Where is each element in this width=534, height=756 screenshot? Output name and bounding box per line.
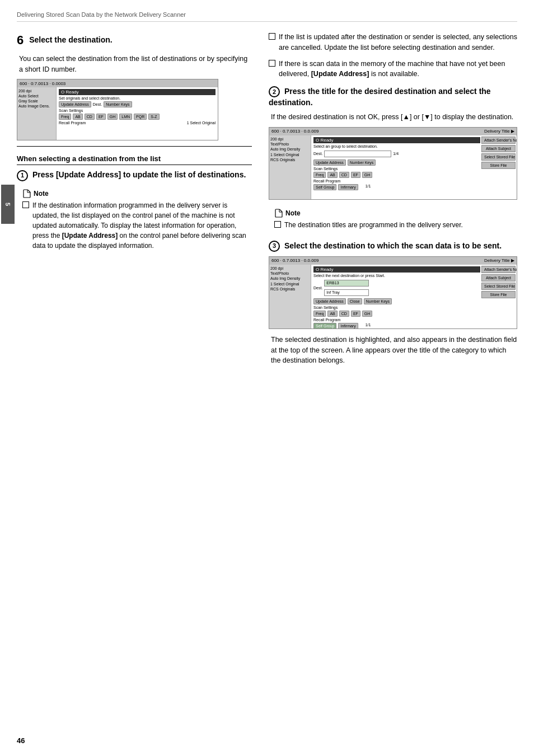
ss2-dest-field — [324, 151, 391, 157]
step3-body: The selected destination is highlighted,… — [271, 335, 517, 366]
ss3-dest1: ERB13 — [324, 280, 369, 287]
page-footer: 46 — [17, 736, 25, 745]
ss2-top-right: Delivery Title ▶ — [484, 129, 514, 134]
ss2-numkeys: Number Keys — [348, 159, 376, 166]
ss1-topbar: 600 · 0:7.0013 · 0.0003 — [17, 79, 218, 87]
ss2-gh: GH — [362, 172, 373, 178]
ss2-ab: AB — [327, 172, 337, 178]
ss2-update: Update Address — [313, 159, 346, 166]
ss3-rb3: Select Stored File — [481, 283, 516, 290]
ss3-s1: 200 dpi — [270, 266, 310, 270]
ss3-freq: Freq — [313, 311, 326, 317]
page-header: Delivering Stored Scan Data by the Netwo… — [17, 11, 517, 22]
ss2-s1: 200 dpi — [270, 137, 310, 141]
ss2-pagenum: 1/1 — [366, 184, 371, 190]
ss3-numkeys: Number Keys — [364, 298, 392, 304]
ss2-cols: Freq AB CD EF GH — [313, 172, 480, 178]
step3-circle: 3 — [269, 241, 280, 252]
note-icon — [22, 189, 31, 198]
subsection-heading: When selecting a destination from the li… — [17, 154, 252, 165]
ss2-sub: Select an group to select destination. — [313, 144, 480, 148]
ss3-pagenum: 1/1 — [366, 323, 371, 329]
ss1-col-ab: AB — [73, 114, 82, 120]
ss1-sidebar: 200 dpi Auto Select Gray Scale Auto Imag… — [17, 87, 57, 140]
checkbox2-icon — [269, 60, 275, 67]
ss3-sidebar: 200 dpi Text/Photo Auto Img Density 1 Se… — [269, 265, 311, 328]
ss2-freq: Freq — [313, 172, 326, 178]
ss2-scan: Scan Settings — [313, 167, 480, 171]
ss3-gh: GH — [362, 311, 373, 317]
right-column: If the list is updated after the destina… — [269, 32, 517, 376]
substep1-note: Note If the destination information prog… — [17, 186, 252, 257]
ss2-s2: Text/Photo — [270, 142, 310, 146]
note2-block: Note The destination titles are programm… — [269, 205, 517, 236]
note2-text: The destination titles are programmed in… — [284, 220, 463, 230]
substep1-circle: 1 — [17, 170, 28, 181]
ss1-s3: Gray Scale — [18, 99, 55, 103]
ss3-rb1: Attach Sender's Name — [481, 266, 516, 273]
substep1-block: 1 Press [Update Address] to update the l… — [17, 170, 252, 256]
ss2-prog-row: Recall Program — [313, 179, 480, 183]
subsection-heading-text: When selecting a destination from the li… — [17, 154, 161, 163]
page: Delivering Stored Scan Data by the Netwo… — [0, 0, 534, 756]
note2-cb — [274, 221, 281, 228]
step2-circle: 2 — [269, 86, 280, 97]
ss1-col-cd: CD — [85, 114, 95, 120]
step6-body: You can select the destination from the … — [19, 54, 252, 75]
checkbox-item-1: If the list is updated after the destina… — [269, 32, 517, 53]
step6-heading: 6 Select the destination. — [17, 32, 252, 49]
ss2-rb2: Attach Subject — [481, 145, 516, 152]
note1-heading: Note — [22, 189, 246, 198]
ss2-right-buttons: Attach Sender's Name Attach Subject Sele… — [480, 135, 517, 170]
main-content: 5 6 Select the destination. You can sele… — [17, 32, 517, 376]
ss3-s4: 1 Select Original — [270, 282, 310, 286]
scanner-screenshot-3: 600 · 0.7.0013 · 0.0.009 Delivery Title … — [269, 256, 517, 329]
ss2-sidebar: 200 dpi Text/Photo Auto Img Density 1 Se… — [269, 135, 311, 199]
note1-label: Note — [34, 190, 49, 198]
ss2-ef: EF — [351, 172, 360, 178]
ss3-topbar: 600 · 0.7.0013 · 0.0.009 Delivery Title … — [269, 257, 517, 265]
ss1-dest: Dest. — [93, 102, 102, 106]
ss2-s4: 1 Select Original — [270, 153, 310, 157]
ss3-groups: Self Group Infirmary 1/1 — [313, 323, 480, 329]
note2-label: Note — [285, 209, 301, 217]
ss3-prog: Recall Program — [313, 318, 340, 322]
note1-checkbox — [22, 201, 29, 208]
ss1-s4: Auto Image Dens. — [18, 104, 55, 108]
ss3-right-buttons: Attach Sender's Name Attach Subject Sele… — [480, 265, 517, 299]
ss3-update: Update Address — [313, 298, 346, 304]
step6-number: 6 — [17, 32, 24, 49]
ss1-select: 1 Select Original — [187, 121, 216, 125]
ss3-cd: CD — [339, 311, 349, 317]
ss2-g1: Self Group — [313, 184, 336, 190]
ss1-sub: Set originals and select destination. — [59, 96, 216, 100]
ss1-col-ef: EF — [96, 114, 106, 120]
ss2-s5: RCS Originals — [270, 158, 310, 162]
ss1-col-lm: LMN — [119, 114, 132, 120]
ss2-row2: Update Address Number Keys — [313, 159, 480, 166]
ss3-prog-row: Recall Program — [313, 318, 480, 322]
ss3-rb2: Attach Subject — [481, 274, 516, 281]
header-text: Delivering Stored Scan Data by the Netwo… — [17, 11, 186, 18]
left-column: 5 6 Select the destination. You can sele… — [17, 32, 252, 376]
ss1-s1: 200 dpi — [18, 89, 55, 93]
ss3-s5: RCS Originals — [270, 287, 310, 291]
step2-block: 2 Press the title for the desired destin… — [269, 86, 517, 366]
ss2-num: 1/4 — [393, 152, 399, 156]
checkbox1-text: If the list is updated after the destina… — [279, 32, 517, 53]
ss3-g1: Self Group — [313, 323, 336, 329]
ss3-dest-label: Dest. — [313, 286, 322, 290]
ss3-s3: Auto Img Density — [270, 276, 310, 280]
note2-icon — [274, 209, 283, 218]
ss3-row1: Dest. ERB13 Inf Tray — [313, 279, 480, 297]
ss2-top-left: 600 · 0.7.0013 · 0.0.009 — [271, 129, 319, 134]
checkbox-item-2: If there is scan data in the memory of t… — [269, 59, 517, 80]
sidebar-tab: 5 — [1, 185, 15, 224]
ss1-main: O Ready Set originals and select destina… — [57, 87, 218, 140]
step2-body: If the desired destination is not OK, pr… — [271, 112, 517, 123]
ss2-ready: O Ready — [313, 137, 480, 143]
substep1-title: Press [Update Address] to update the lis… — [32, 170, 246, 179]
ss3-cols: Freq AB CD EF GH — [313, 311, 480, 317]
ss2-s3: Auto Img Density — [270, 147, 310, 151]
ss2-cd: CD — [339, 172, 349, 178]
